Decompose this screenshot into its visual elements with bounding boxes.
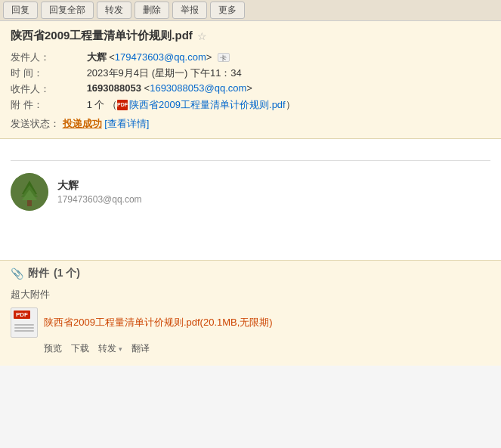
- receiver-id: 1693088053: [87, 82, 141, 94]
- pdf-label: PDF: [14, 311, 30, 319]
- status-detail-link[interactable]: [查看详情]: [104, 118, 149, 129]
- sender-label: 发件人：: [11, 49, 87, 65]
- pdf-line-2: [14, 327, 34, 329]
- reply-all-button[interactable]: 回复全部: [41, 2, 94, 19]
- forward-link[interactable]: 转发 ▾: [98, 342, 122, 355]
- email-title-row: 陕西省2009工程量清单计价规则.pdf ☆: [11, 29, 490, 43]
- forward-button[interactable]: 转发: [97, 2, 131, 19]
- pdf-lines: [14, 324, 34, 333]
- sender-value: 大辉 <179473603@qq.com> 卡: [87, 49, 490, 65]
- receiver-value: 1693088053 <1693088053@qq.com>: [87, 81, 490, 97]
- status-value[interactable]: 投递成功: [63, 118, 102, 129]
- attachment-actions: 预览 下载 转发 ▾ 翻译: [44, 342, 490, 355]
- receiver-row: 收件人： 1693088053 <1693088053@qq.com>: [11, 81, 490, 97]
- attachment-section: 📎 附件 (1 个) 超大附件 PDF 陕西省2009工程量清单计价规则.pdf…: [0, 260, 501, 366]
- attachment-filename-link: 陕西省2009工程量清单计价规则.pdf(20.1MB,无限期): [44, 316, 273, 329]
- sender-name: 大辉: [87, 51, 107, 63]
- preview-link[interactable]: 预览: [44, 342, 62, 355]
- sender-email-link[interactable]: 179473603@qq.com: [115, 51, 206, 63]
- attachment-meta-row: 附 件： 1 个 （PDF陕西省2009工程量清单计价规则.pdf）: [11, 97, 490, 113]
- attachment-meta-value: 1 个 （PDF陕西省2009工程量清单计价规则.pdf）: [87, 97, 490, 113]
- attachment-section-title: 附件: [28, 267, 49, 280]
- download-link[interactable]: 下载: [71, 342, 89, 355]
- email-toolbar: 回复 回复全部 转发 删除 举报 更多: [0, 0, 501, 21]
- attachment-file-link[interactable]: 陕西省2009工程量清单计价规则.pdf(20.1MB,无限期): [44, 317, 273, 328]
- status-row: 发送状态： 投递成功 [查看详情]: [11, 117, 490, 131]
- body-divider: [11, 160, 490, 161]
- status-label: 发送状态：: [11, 118, 60, 129]
- reply-button[interactable]: 回复: [3, 2, 38, 19]
- attachment-header: 📎 附件 (1 个): [11, 267, 490, 280]
- attachment-type-label: 超大附件: [11, 288, 490, 301]
- avatar-svg: [11, 173, 48, 211]
- attachment-count: 1 个: [87, 99, 105, 110]
- sender-info: 大辉 179473603@qq.com: [57, 179, 142, 205]
- translate-link[interactable]: 翻译: [131, 342, 150, 355]
- delete-button[interactable]: 删除: [135, 2, 169, 19]
- attachment-item: PDF 陕西省2009工程量清单计价规则.pdf(20.1MB,无限期) 预览 …: [11, 307, 490, 355]
- clip-icon: 📎: [11, 267, 23, 280]
- pdf-icon-small: PDF: [117, 100, 128, 110]
- receiver-label: 收件人：: [11, 81, 87, 97]
- attachment-header-link[interactable]: 陕西省2009工程量清单计价规则.pdf: [129, 99, 286, 110]
- email-meta: 发件人： 大辉 <179473603@qq.com> 卡 时 间： 2023年9…: [11, 49, 490, 113]
- email-subject: 陕西省2009工程量清单计价规则.pdf: [11, 29, 193, 43]
- time-row: 时 间： 2023年9月4日 (星期一) 下午11：34: [11, 65, 490, 81]
- pdf-big-icon: PDF: [11, 307, 38, 338]
- attachment-meta-label: 附 件：: [11, 97, 87, 113]
- attachment-file-row: PDF 陕西省2009工程量清单计价规则.pdf(20.1MB,无限期): [11, 307, 490, 338]
- attachment-section-count: (1 个): [54, 267, 80, 280]
- card-icon: 卡: [218, 53, 230, 62]
- more-button[interactable]: 更多: [210, 2, 245, 19]
- pdf-line-3: [14, 330, 34, 332]
- sender-card: 大辉 179473603@qq.com: [11, 173, 490, 211]
- email-body: 大辉 179473603@qq.com: [0, 139, 501, 260]
- forward-dropdown-icon: ▾: [119, 345, 122, 353]
- time-label: 时 间：: [11, 65, 87, 81]
- avatar: [11, 173, 48, 211]
- time-value: 2023年9月4日 (星期一) 下午11：34: [87, 65, 490, 81]
- sender-row: 发件人： 大辉 <179473603@qq.com> 卡: [11, 49, 490, 65]
- sender-card-email: 179473603@qq.com: [57, 194, 142, 205]
- receiver-email-link[interactable]: 1693088053@qq.com: [150, 82, 246, 94]
- pdf-line-1: [14, 324, 34, 326]
- star-icon[interactable]: ☆: [197, 30, 207, 42]
- sender-card-name: 大辉: [57, 179, 142, 193]
- report-button[interactable]: 举报: [172, 2, 207, 19]
- email-header: 陕西省2009工程量清单计价规则.pdf ☆ 发件人： 大辉 <17947360…: [0, 21, 501, 139]
